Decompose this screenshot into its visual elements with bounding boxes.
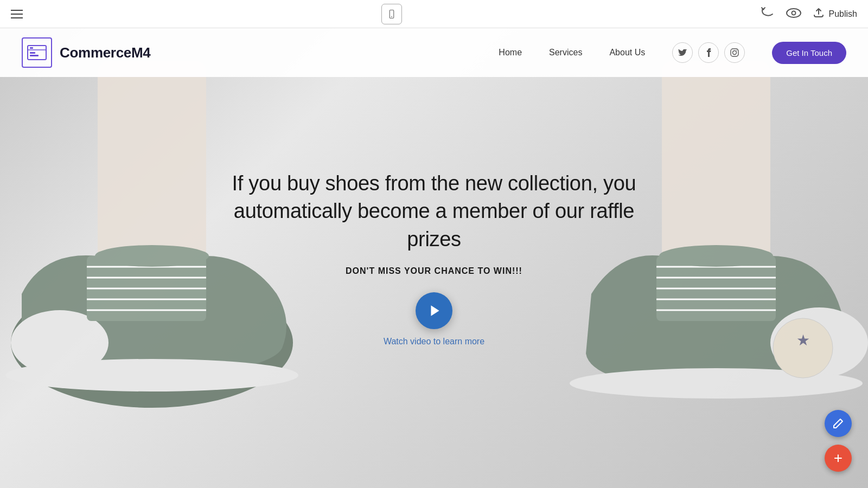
toolbar-right: Publish [761,7,857,22]
svg-point-13 [5,359,298,391]
nav-links: Home Services About Us [499,48,645,57]
undo-icon[interactable] [761,7,775,22]
nav-about-link[interactable]: About Us [609,48,645,57]
svg-rect-30 [30,55,39,56]
svg-text:★: ★ [796,332,810,349]
logo-icon [22,37,52,68]
svg-point-2 [787,9,801,17]
upload-icon [813,7,825,21]
svg-point-33 [733,51,737,55]
site-nav: Home Services About Us [499,42,846,64]
hero-content: If you buy shoes from the new collection… [217,170,651,346]
watch-video-link[interactable]: Watch video to learn more [384,337,484,346]
nav-home-link[interactable]: Home [499,48,522,57]
logo-area: CommerceM4 [22,37,151,68]
hero-main-text: If you buy shoes from the new collection… [217,170,651,253]
hero-subtext: DON'T MISS YOUR CHANCE TO WIN!!! [217,266,651,276]
publish-label: Publish [829,9,857,19]
svg-marker-35 [431,305,439,316]
svg-point-3 [792,11,795,15]
play-video-button[interactable] [416,292,452,329]
svg-rect-32 [731,49,738,56]
fab-add-button[interactable]: + [825,445,852,472]
get-in-touch-button[interactable]: Get In Touch [772,42,846,64]
fab-container: + [825,410,852,472]
svg-rect-29 [30,52,35,54]
instagram-icon[interactable] [724,42,745,63]
fab-edit-button[interactable] [825,410,852,437]
nav-services[interactable]: Services [549,48,582,57]
facebook-icon[interactable] [698,42,719,63]
editor-toolbar: Publish [0,0,868,28]
publish-button[interactable]: Publish [813,7,857,21]
hero-section: ★ CommerceM4 [0,28,868,488]
toolbar-left [11,10,23,18]
preview-eye-icon[interactable] [786,7,802,21]
svg-point-34 [736,50,737,51]
video-play-wrapper: Watch video to learn more [217,292,651,346]
site-title: CommerceM4 [60,44,151,61]
mobile-preview-button[interactable] [381,4,402,24]
menu-icon[interactable] [11,10,23,18]
website-frame: ★ CommerceM4 [0,28,868,488]
twitter-icon[interactable] [672,42,693,63]
nav-services-link[interactable]: Services [549,48,582,57]
social-icons [672,42,745,63]
nav-about[interactable]: About Us [609,48,645,57]
svg-point-14 [95,245,209,267]
site-header: CommerceM4 Home Services About Us [0,28,868,77]
svg-rect-31 [30,47,33,49]
toolbar-center [381,4,402,24]
nav-home[interactable]: Home [499,48,522,57]
svg-point-26 [659,245,773,267]
